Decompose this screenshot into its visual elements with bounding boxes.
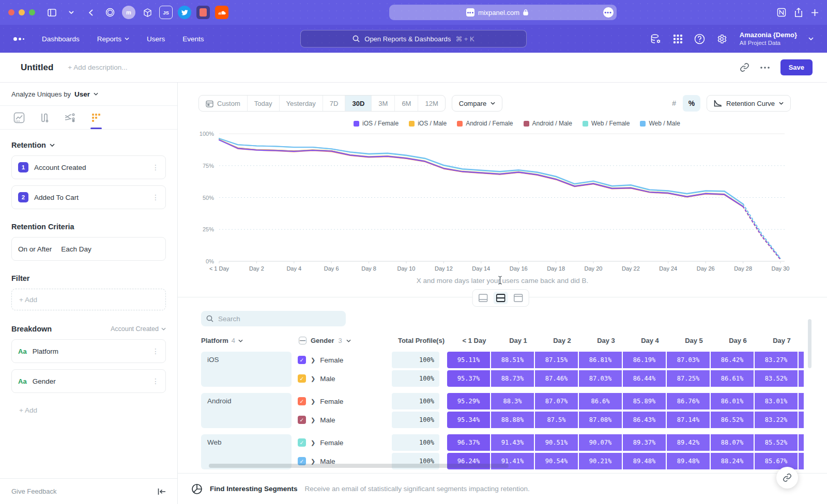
breakdown-platform[interactable]: Aa Platform ⋮ — [11, 339, 166, 363]
expand-row-icon[interactable]: ❯ — [311, 398, 315, 405]
kebab-menu-icon[interactable]: ⋮ — [152, 193, 159, 201]
close-window-button[interactable] — [8, 9, 14, 15]
retention-value-cell[interactable]: 89.48% — [623, 453, 666, 469]
retention-value-cell[interactable]: 88.24% — [711, 453, 754, 469]
extensions-icon[interactable]: ••• — [603, 7, 614, 18]
retention-value-cell[interactable]: 90.07% — [579, 434, 622, 451]
retention-value-cell[interactable]: 86.44% — [623, 370, 666, 387]
retention-value-cell[interactable]: 87.46% — [535, 370, 578, 387]
kebab-menu-icon[interactable]: ⋮ — [152, 377, 159, 385]
retention-value-cell[interactable]: 96.37% — [447, 434, 490, 451]
tab-flows[interactable] — [64, 106, 76, 129]
total-profiles-header[interactable]: Total Profile(s) — [397, 337, 445, 344]
retention-value-cell[interactable]: 86.76% — [667, 393, 710, 410]
retention-value-cell[interactable]: 83.01% — [755, 393, 798, 410]
expand-row-icon[interactable]: ❯ — [311, 375, 315, 382]
table-search-input[interactable]: Search — [201, 311, 346, 326]
series-checkbox[interactable]: ✓ — [298, 397, 306, 405]
retention-value-cell[interactable]: 85.89% — [623, 393, 666, 410]
zoom-window-button[interactable] — [29, 9, 35, 15]
add-description[interactable]: + Add description... — [68, 64, 127, 71]
retention-value-cell[interactable]: 89.42% — [667, 434, 710, 451]
traffic-lights[interactable] — [8, 9, 35, 15]
nav-events[interactable]: Events — [182, 35, 204, 43]
gender-cell[interactable]: ✓❯Female — [294, 438, 392, 447]
day-column-header[interactable]: Day 3 — [584, 337, 628, 344]
retention-value-cell[interactable]: 88.3% — [491, 393, 534, 410]
retention-value-cell[interactable]: 87.25% — [667, 370, 710, 387]
retention-value-cell[interactable]: 86.52% — [711, 412, 754, 428]
retention-value-cell[interactable]: 90.51% — [535, 434, 578, 451]
legend-item[interactable]: Android / Female — [457, 120, 513, 127]
day-column-header[interactable]: Day 6 — [716, 337, 760, 344]
retention-value-cell[interactable]: 95.37% — [447, 370, 490, 387]
percentage-toggle[interactable]: % — [683, 95, 700, 112]
tab-funnels[interactable] — [39, 106, 50, 129]
retention-value-cell[interactable]: 90.21% — [579, 453, 622, 469]
kebab-menu-icon[interactable]: ⋮ — [152, 347, 159, 355]
retention-value-cell[interactable]: 86.19% — [623, 352, 666, 368]
chevron-down-icon[interactable] — [64, 6, 79, 19]
retention-value-cell[interactable]: 89.37% — [623, 434, 666, 451]
legend-item[interactable]: Web / Male — [640, 120, 680, 127]
retention-value-cell[interactable]: 86.61% — [711, 370, 754, 387]
day-column-header[interactable]: Day 5 — [672, 337, 716, 344]
retention-value-cell[interactable]: 87.07% — [535, 393, 578, 410]
add-breakdown-button[interactable]: + Add — [11, 399, 166, 421]
retention-value-cell[interactable]: 86.43% — [623, 412, 666, 428]
date-range-30d[interactable]: 30D — [345, 96, 372, 111]
retention-value-cell[interactable]: 87.15% — [535, 352, 578, 368]
retention-value-cell[interactable]: 86.6% — [579, 393, 622, 410]
chart-type-select[interactable]: Retention Curve — [707, 95, 791, 112]
app-icon-soundcloud[interactable] — [215, 6, 228, 19]
global-search[interactable]: Open Reports & Dashboards ⌘ + K — [300, 30, 527, 48]
help-icon[interactable] — [694, 34, 705, 44]
app-icon-js[interactable]: JS — [159, 6, 173, 19]
expand-row-icon[interactable]: ❯ — [311, 439, 315, 446]
retention-value-cell[interactable]: 88.51% — [491, 352, 534, 368]
expand-row-icon[interactable]: ❯ — [311, 417, 315, 423]
mixpanel-logo[interactable] — [13, 37, 24, 41]
retention-value-cell[interactable]: 83.22% — [755, 412, 798, 428]
retention-value-cell[interactable]: 83.52% — [755, 370, 798, 387]
platform-cell[interactable]: iOS — [201, 352, 292, 387]
report-title[interactable]: Untitled — [21, 62, 53, 73]
more-options-icon[interactable] — [760, 66, 770, 69]
gender-cell[interactable]: ✓❯Female — [294, 397, 392, 405]
gender-cell[interactable]: ✓❯Male — [294, 374, 392, 383]
retention-value-cell[interactable]: 86.01% — [711, 393, 754, 410]
date-range-today[interactable]: Today — [248, 96, 280, 111]
kebab-menu-icon[interactable]: ⋮ — [152, 163, 159, 171]
add-filter-button[interactable]: + Add — [11, 289, 166, 310]
date-range-custom[interactable]: Custom — [199, 96, 248, 111]
platform-column-header[interactable]: Platform 4 — [201, 337, 299, 344]
series-checkbox[interactable]: ✓ — [298, 416, 306, 424]
legend-item[interactable]: iOS / Male — [409, 120, 447, 127]
retention-step-1[interactable]: 1 Account Created ⋮ — [11, 155, 166, 179]
app-icon-rings[interactable] — [103, 6, 117, 19]
day-column-header[interactable]: Day 2 — [540, 337, 584, 344]
save-button[interactable]: Save — [780, 59, 813, 75]
horizontal-scrollbar[interactable] — [209, 464, 509, 468]
retention-criteria-select[interactable]: On or After Each Day — [11, 237, 166, 261]
browser-sidebar-icon[interactable] — [44, 6, 59, 19]
date-range-7d[interactable]: 7D — [323, 96, 346, 111]
collapse-sidebar-icon[interactable] — [158, 488, 166, 495]
nav-dashboards[interactable]: Dashboards — [42, 35, 80, 43]
retention-value-cell[interactable]: 95.34% — [447, 412, 490, 428]
series-checkbox[interactable]: ✓ — [298, 438, 306, 447]
retention-value-cell[interactable]: 83.27% — [755, 352, 798, 368]
breakdown-gender[interactable]: Aa Gender ⋮ — [11, 369, 166, 393]
legend-item[interactable]: Web / Female — [583, 120, 630, 127]
retention-value-cell[interactable]: 86.81% — [579, 352, 622, 368]
app-icon-bird[interactable] — [178, 6, 191, 19]
retention-value-cell[interactable]: 90.54% — [535, 453, 578, 469]
data-management-icon[interactable] — [650, 34, 662, 44]
chart-only-view-button[interactable] — [476, 292, 491, 304]
retention-value-cell[interactable]: 89.48% — [667, 453, 710, 469]
day-column-header[interactable]: Day 1 — [496, 337, 540, 344]
app-icon-cube[interactable] — [141, 6, 154, 19]
share-link-floating-button[interactable] — [776, 467, 798, 489]
gender-cell[interactable]: ✓❯Male — [294, 416, 392, 424]
settings-gear-icon[interactable] — [716, 34, 727, 44]
